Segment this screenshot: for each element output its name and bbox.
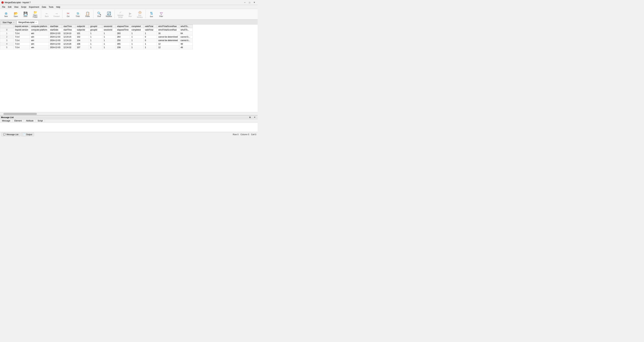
open-folder-button[interactable]: 📁 OpenFolder xyxy=(30,10,40,19)
table-row[interactable]: 0inquisit.versioncomputer.platformstartD… xyxy=(0,28,193,32)
table-cell[interactable]: 12 xyxy=(157,46,179,49)
table-cell[interactable]: 239 xyxy=(116,46,130,49)
tab-merged-data[interactable]: MergedData.iqdat ✕ xyxy=(16,20,38,24)
menu-tools[interactable]: Tools xyxy=(48,5,55,9)
col-header-inquisit-version[interactable]: inquisit.version xyxy=(14,25,30,28)
back-button[interactable]: ← Back xyxy=(42,10,52,19)
table-cell[interactable]: who5TotalScoreRaw xyxy=(157,28,179,32)
table-cell[interactable]: inquisit.version xyxy=(14,28,30,32)
bottom-tab-message-list[interactable]: 💬 Message List xyxy=(1,132,20,136)
col-header-who5TotalScoreRaw[interactable]: who5TotalScoreRaw xyxy=(157,25,179,28)
menu-experiment[interactable]: Experiment xyxy=(28,5,40,9)
table-cell[interactable]: 1 xyxy=(144,46,157,49)
table-cell[interactable]: win xyxy=(30,32,49,35)
table-cell[interactable]: win xyxy=(30,42,49,46)
table-cell[interactable]: 16 xyxy=(157,32,179,35)
table-cell[interactable]: 7.0.4 xyxy=(14,46,30,49)
table-cell[interactable]: 2024-12-03 xyxy=(49,35,62,39)
validate-script-button[interactable]: ✓ ValidateScript xyxy=(116,10,125,19)
message-panel-close-button[interactable]: ✕ xyxy=(252,116,256,119)
tab-start-page[interactable]: Start Page ✕ xyxy=(1,20,16,24)
table-cell[interactable]: startDate xyxy=(49,28,62,32)
table-cell[interactable]: 1 xyxy=(130,46,144,49)
filter-button[interactable]: ▽ Filter xyxy=(156,10,166,19)
table-cell[interactable]: 1 xyxy=(130,42,144,46)
save-button[interactable]: 💾 Save xyxy=(21,10,30,19)
table-cell[interactable]: who5To... xyxy=(179,28,192,32)
col-header-elapsedTime[interactable]: elapsedTime xyxy=(116,25,130,28)
table-cell[interactable]: 1 xyxy=(144,32,157,35)
table-cell[interactable]: 1 xyxy=(130,32,144,35)
table-cell[interactable]: 0 xyxy=(144,39,157,42)
table-cell[interactable]: computer.platform xyxy=(30,28,49,32)
table-cell[interactable]: 102 xyxy=(76,35,89,39)
table-cell[interactable]: groupId xyxy=(89,28,102,32)
table-cell[interactable]: 2024-12-03 xyxy=(49,42,62,46)
table-cell[interactable]: 48 xyxy=(179,42,192,46)
table-cell[interactable]: 12:24:32 xyxy=(62,46,76,49)
table-cell[interactable]: sessionId xyxy=(102,28,116,32)
data-table-container[interactable]: inquisit.version computer.platform start… xyxy=(0,24,258,112)
table-cell[interactable]: cannot be determined xyxy=(157,39,179,42)
table-cell[interactable]: 1 xyxy=(102,46,116,49)
table-cell[interactable]: 1 xyxy=(102,39,116,42)
table-cell[interactable]: 1 xyxy=(102,42,116,46)
table-cell[interactable]: 12:24:26 xyxy=(62,42,76,46)
table-cell[interactable]: 107 xyxy=(76,46,89,49)
table-cell[interactable]: 1 xyxy=(89,32,102,35)
msg-tab-element[interactable]: Element xyxy=(12,119,24,122)
paste-button[interactable]: 📋 Paste xyxy=(83,10,92,19)
cut-button[interactable]: ✂ Cut xyxy=(64,10,73,19)
table-cell[interactable]: validTotal xyxy=(144,28,157,32)
tab-merged-data-close[interactable]: ✕ xyxy=(36,22,37,23)
table-cell[interactable]: 264 xyxy=(116,35,130,39)
table-cell[interactable]: 64 xyxy=(179,32,192,35)
menu-help[interactable]: Help xyxy=(55,5,62,9)
hscroll-area[interactable] xyxy=(0,112,258,115)
table-cell[interactable]: 0 xyxy=(144,35,157,39)
table-cell[interactable]: 1 xyxy=(130,39,144,42)
table-cell[interactable]: 1 xyxy=(102,32,116,35)
maximize-button[interactable]: □ xyxy=(248,1,252,4)
forward-button[interactable]: → Forward xyxy=(52,10,61,19)
table-cell[interactable]: win xyxy=(30,46,49,49)
new-button[interactable]: ⊕ New xyxy=(1,10,11,19)
col-header-startDate[interactable]: startDate xyxy=(49,25,62,28)
copy-button[interactable]: ⧉ Copy xyxy=(73,10,82,19)
table-cell[interactable]: 7.0.4 xyxy=(14,39,30,42)
bottom-tab-output[interactable]: 📄 Output xyxy=(21,132,34,136)
table-row[interactable]: 47.0.4win2024-12-0312:24:261061126511124… xyxy=(0,42,193,46)
table-cell[interactable]: 2024-12-03 xyxy=(49,46,62,49)
horizontal-scrollbar[interactable] xyxy=(3,113,37,115)
col-header-computer-platform[interactable]: computer.platform xyxy=(30,25,49,28)
col-header-groupId[interactable]: groupId xyxy=(89,25,102,28)
table-cell[interactable]: 101 xyxy=(76,32,89,35)
table-row[interactable]: 17.0.4win2024-12-0312:24:101011128311166… xyxy=(0,32,193,35)
tab-start-page-close[interactable]: ✕ xyxy=(13,22,14,23)
menu-view[interactable]: View xyxy=(13,5,20,9)
table-cell[interactable]: elapsedTime xyxy=(116,28,130,32)
table-cell[interactable]: 7.0.4 xyxy=(14,32,30,35)
table-cell[interactable]: 106 xyxy=(76,42,89,46)
table-cell[interactable]: 12:24:15 xyxy=(62,35,76,39)
sort-button[interactable]: ⇅ Sort xyxy=(147,10,156,19)
find-button[interactable]: 🔍 Find xyxy=(94,10,104,19)
table-cell[interactable]: 1 xyxy=(89,46,102,49)
col-header-sessionId[interactable]: sessionId xyxy=(102,25,116,28)
table-cell[interactable]: 283 xyxy=(116,32,130,35)
minimize-button[interactable]: ─ xyxy=(243,1,247,4)
table-cell[interactable]: 1 xyxy=(144,42,157,46)
menu-edit[interactable]: Edit xyxy=(6,5,13,9)
table-cell[interactable]: 12 xyxy=(157,42,179,46)
col-header-completed[interactable]: completed xyxy=(130,25,144,28)
msg-tab-message[interactable]: Message xyxy=(0,119,12,122)
table-cell[interactable]: win xyxy=(30,39,49,42)
col-header-startTime[interactable]: startTime xyxy=(62,25,76,28)
menu-script[interactable]: Script xyxy=(20,5,28,9)
open-button[interactable]: 📂 Open xyxy=(11,10,20,19)
table-cell[interactable]: cannot b... xyxy=(179,35,192,39)
table-cell[interactable]: 104 xyxy=(76,39,89,42)
table-cell[interactable]: 265 xyxy=(116,42,130,46)
table-cell[interactable]: 2024-12-03 xyxy=(49,39,62,42)
table-cell[interactable]: win xyxy=(30,35,49,39)
